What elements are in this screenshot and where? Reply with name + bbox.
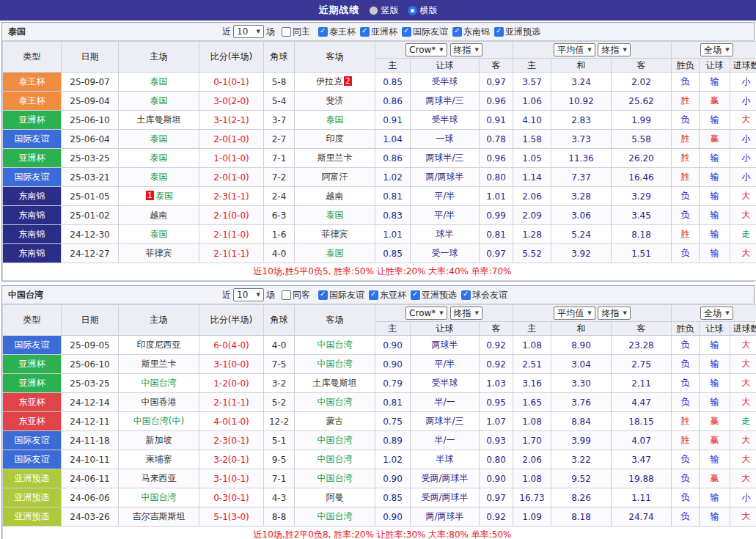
avg-away-odds-cell: 25.62 [612,92,672,111]
handicap-line-cell: 半/一 [411,393,480,412]
checkbox-checked-icon[interactable] [369,290,378,300]
avg-home-odds-cell: 1.65 [513,393,551,412]
average-select[interactable]: 平均值▼ [554,307,595,320]
final-odds-select[interactable]: 终指▼ [598,307,630,320]
match-row: 东亚杯24-12-14中国香港2-1(1-1)5-2中国台湾0.81半/一0.9… [3,393,756,412]
competition-type-cell: 亚洲杯 [3,355,62,374]
corners-cell: 4-3 [264,488,295,507]
competition-filter-checkbox[interactable]: 亚洲预选 [411,289,457,301]
competition-filter-checkbox[interactable]: 球会友谊 [461,289,507,301]
col-header-avg-away: 客 [612,322,672,336]
col-header-handicap: 让球 [411,322,480,336]
checkbox-checked-icon[interactable] [494,27,504,37]
handicap-away-odds-cell: 0.92 [480,507,513,527]
avg-away-odds-cell: 2.75 [612,355,672,374]
fulltime-select[interactable]: 全场▼ [700,307,733,320]
result-cell: 负 [672,355,700,374]
handicap-away-odds-cell: 0.97 [480,488,513,507]
home-team-cell: 吉尔吉斯斯坦 [119,507,199,527]
date-cell: 24-12-27 [62,244,119,263]
avg-away-odds-cell: 16.46 [612,168,672,187]
average-select[interactable]: 平均值▼ [554,43,595,56]
handicap-away-odds-cell: 1.01 [480,187,513,206]
competition-type-cell: 东亚杯 [3,412,62,431]
competition-filter-checkbox[interactable]: 东南锦 [452,26,490,38]
checkbox-checked-icon[interactable] [318,27,328,37]
checkbox-checked-icon[interactable] [402,27,411,37]
avg-home-odds-cell: 2.06 [513,187,551,206]
fulltime-select[interactable]: 全场▼ [700,43,733,56]
layout-radio-horizontal[interactable]: 横版 [408,4,438,17]
final-odds-select[interactable]: 终指▼ [598,43,630,56]
avg-away-odds-cell: 3.47 [612,450,672,469]
match-row: 国际友谊24-10-11柬埔寨3-2(0-1)9-5中国台湾1.02半球0.80… [3,450,756,469]
avg-away-odds-cell: 3.29 [612,187,672,206]
competition-filter-checkbox[interactable]: 亚洲杯 [360,26,397,38]
competition-filter-label: 亚洲预选 [422,289,457,301]
date-cell: 25-01-05 [62,187,119,206]
corners-cell: 5-8 [264,73,295,92]
radio-unchecked-icon[interactable] [369,6,378,15]
competition-filter-checkbox[interactable]: 泰王杯 [318,26,356,38]
matches-count-select[interactable]: 10▼ [233,288,264,301]
handicap-home-odds-cell: 0.90 [375,469,411,488]
score-cell: 3-1(0-0) [199,355,264,374]
competition-filter-label: 国际友谊 [413,26,448,38]
away-team-cell: 泰国 [295,244,375,263]
checkbox-checked-icon[interactable] [452,27,462,37]
avg-draw-odds-cell: 3.92 [551,244,612,263]
competition-filter-checkbox[interactable]: 东亚杯 [369,289,406,301]
bookmaker-select[interactable]: Crow*▼ [405,43,447,56]
handicap-line-cell: 受半球 [411,374,480,393]
checkbox-checked-icon[interactable] [461,290,471,300]
avg-away-odds-cell: 1.11 [612,488,672,507]
same-venue-checkbox[interactable]: 同客 [282,289,310,301]
date-cell: 25-09-05 [62,336,119,355]
result-cell: 负 [672,73,700,92]
matches-count-select[interactable]: 10▼ [233,25,264,38]
checkbox-unchecked-icon[interactable] [282,27,291,37]
radio-checked-icon[interactable] [408,6,417,15]
competition-filter-checkbox[interactable]: 亚洲预选 [494,26,540,38]
away-team-cell: 中国台湾 [295,507,375,527]
result-cell: 负 [672,488,700,507]
handicap-result-cell: 输 [700,450,730,469]
goals-result-cell: 小 [730,73,756,92]
date-cell: 24-12-14 [62,393,119,412]
home-team-cell: 土库曼斯坦 [119,111,199,130]
corners-cell: 5-1 [264,431,295,450]
result-cell: 负 [672,450,700,469]
avg-home-odds-cell: 1.70 [513,431,551,450]
home-team-cell: 泰国 [119,149,199,168]
checkbox-checked-icon[interactable] [318,290,328,300]
checkbox-checked-icon[interactable] [411,290,420,300]
bookmaker-select[interactable]: Crow*▼ [405,307,447,320]
checkbox-checked-icon[interactable] [360,27,370,37]
away-team-cell: 斯里兰卡 [295,149,375,168]
home-team-cell: 中国台湾 [119,374,199,393]
layout-radio-vertical[interactable]: 竖版 [369,4,399,17]
handicap-line-cell: 两/两球半 [411,507,480,527]
corners-cell: 5-2 [264,393,295,412]
match-row: 泰王杯25-09-04泰国3-0(2-0)5-4斐济0.86两球半/三0.961… [3,92,756,111]
final-odds-select[interactable]: 终指▼ [450,43,482,56]
corners-cell: 5-4 [264,92,295,111]
competition-type-cell: 泰王杯 [3,73,62,92]
filter-unit-label: 场 [266,289,275,301]
avg-away-odds-cell: 2.02 [612,73,672,92]
average-odds-controls: 平均值▼ 终指▼ [513,305,672,322]
avg-draw-odds-cell: 10.92 [551,92,612,111]
handicap-home-odds-cell: 0.90 [375,507,411,527]
competition-filters: 国际友谊东亚杯亚洲预选球会友谊 [314,289,507,301]
goals-result-cell: 大 [730,469,756,488]
competition-filter-checkbox[interactable]: 国际友谊 [402,26,448,38]
same-venue-checkbox[interactable]: 同主 [282,26,310,38]
handicap-result-cell: 输 [700,168,730,187]
handicap-home-odds-cell: 1.02 [375,168,411,187]
result-cell: 胜 [672,412,700,431]
final-odds-select[interactable]: 终指▼ [450,307,482,320]
checkbox-unchecked-icon[interactable] [282,290,291,300]
competition-filter-checkbox[interactable]: 国际友谊 [318,289,364,301]
goals-result-cell: 大 [730,244,756,263]
rank-badge: 2 [344,76,352,86]
